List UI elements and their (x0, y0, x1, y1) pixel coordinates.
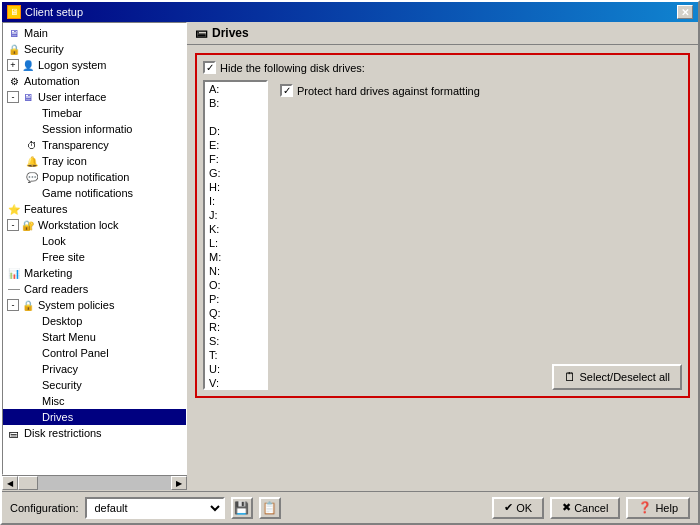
popup-icon: 💬 (25, 170, 39, 184)
sidebar-item-freesite[interactable]: Free site (3, 249, 186, 265)
sidebar-label-securitysub: Security (42, 379, 82, 391)
drive-item-p[interactable]: P: (205, 292, 266, 306)
drive-item-v[interactable]: V: (205, 376, 266, 390)
save-button[interactable]: 💾 (231, 497, 253, 519)
sidebar-item-startmenu[interactable]: Start Menu (3, 329, 186, 345)
drive-item-t[interactable]: T: (205, 348, 266, 362)
sidebar-item-security[interactable]: 🔒 Security (3, 41, 186, 57)
ok-label: OK (516, 502, 532, 514)
sidebar-label-logon: Logon system (38, 59, 106, 71)
sidebar-label-freesite: Free site (42, 251, 85, 263)
drive-item-r[interactable]: R: (205, 320, 266, 334)
drive-item-i[interactable]: I: (205, 194, 266, 208)
timebar-icon (25, 106, 39, 120)
close-button[interactable]: ✕ (677, 5, 693, 19)
drive-item-f[interactable]: F: (205, 152, 266, 166)
systempolicies-expand[interactable]: - (7, 299, 19, 311)
drive-item-b[interactable]: B: (205, 96, 266, 110)
sidebar-item-transparency[interactable]: ⏱ Transparency (3, 137, 186, 153)
securitysub-icon (25, 378, 39, 392)
sidebar-label-privacy: Privacy (42, 363, 78, 375)
bottom-bar: Configuration: default 💾 📋 ✔ OK ✖ Cancel… (2, 491, 698, 523)
drives-list-box[interactable]: A: B: D: E: F: G: H: I: J: K: L: (203, 80, 268, 390)
drive-item-s[interactable]: S: (205, 334, 266, 348)
drive-item-q[interactable]: Q: (205, 306, 266, 320)
scroll-track (18, 476, 171, 490)
sidebar-item-look[interactable]: Look (3, 233, 186, 249)
sidebar-item-securitysub[interactable]: Security (3, 377, 186, 393)
sidebar-item-timebar[interactable]: Timebar (3, 105, 186, 121)
window-title: Client setup (25, 6, 83, 18)
look-icon (25, 234, 39, 248)
trayicon-icon: 🔔 (25, 154, 39, 168)
controlpanel-icon (25, 346, 39, 360)
sidebar-item-drives[interactable]: Drives (3, 409, 186, 425)
cancel-label: Cancel (574, 502, 608, 514)
cancel-button[interactable]: ✖ Cancel (550, 497, 620, 519)
drive-item-d[interactable]: D: (205, 124, 266, 138)
protect-label: Protect hard drives against formatting (297, 85, 480, 97)
sidebar-item-desktop[interactable]: Desktop (3, 313, 186, 329)
sidebar-label-drives: Drives (42, 411, 73, 423)
sidebar-label-security: Security (24, 43, 64, 55)
drive-item-m[interactable]: M: (205, 250, 266, 264)
config-select[interactable]: default (85, 497, 225, 519)
panel-title-icon: 🖴 (195, 26, 207, 40)
sidebar-item-diskrestrictions[interactable]: 🖴 Disk restrictions (3, 425, 186, 441)
sidebar-item-automation[interactable]: ⚙ Automation (3, 73, 186, 89)
scroll-thumb[interactable] (18, 476, 38, 490)
sidebar-item-misc[interactable]: Misc (3, 393, 186, 409)
sidebar-item-userinterface[interactable]: - 🖥 User interface (3, 89, 186, 105)
marketing-icon: 📊 (7, 266, 21, 280)
scroll-right-arrow[interactable]: ▶ (171, 476, 187, 490)
sidebar-item-cardreaders[interactable]: — Card readers (3, 281, 186, 297)
workstation-icon: 🔐 (21, 218, 35, 232)
sidebar-scrollbar[interactable]: ◀ ▶ (2, 475, 187, 491)
sidebar-item-popup[interactable]: 💬 Popup notification (3, 169, 186, 185)
startmenu-icon (25, 330, 39, 344)
select-deselect-button[interactable]: 🗒 Select/Deselect all (552, 364, 683, 390)
userinterface-icon: 🖥 (21, 90, 35, 104)
scroll-left-arrow[interactable]: ◀ (2, 476, 18, 490)
help-button[interactable]: ❓ Help (626, 497, 690, 519)
select-deselect-label: Select/Deselect all (580, 371, 671, 383)
drive-item-n[interactable]: N: (205, 264, 266, 278)
protect-row: ✓ Protect hard drives against formatting (276, 80, 682, 101)
protect-checkbox[interactable]: ✓ (280, 84, 293, 97)
cardreaders-icon: — (7, 282, 21, 296)
sidebar-label-transparency: Transparency (42, 139, 109, 151)
sidebar-item-logon[interactable]: + 👤 Logon system (3, 57, 186, 73)
workstation-expand[interactable]: - (7, 219, 19, 231)
sidebar-label-popup: Popup notification (42, 171, 129, 183)
logon-expand[interactable]: + (7, 59, 19, 71)
sidebar-label-main: Main (24, 27, 48, 39)
drive-item-o[interactable]: O: (205, 278, 266, 292)
drive-item-a[interactable]: A: (205, 82, 266, 96)
drive-item-j[interactable]: J: (205, 208, 266, 222)
hide-drives-checkbox[interactable]: ✓ (203, 61, 216, 74)
drives-outer-box: ✓ Hide the following disk drives: A: B: … (195, 53, 690, 398)
ok-button[interactable]: ✔ OK (492, 497, 544, 519)
cancel-icon: ✖ (562, 501, 571, 514)
sidebar-item-marketing[interactable]: 📊 Marketing (3, 265, 186, 281)
ok-icon: ✔ (504, 501, 513, 514)
sidebar-item-privacy[interactable]: Privacy (3, 361, 186, 377)
sidebar-item-main[interactable]: 🖥 Main (3, 25, 186, 41)
sidebar-item-workstation[interactable]: - 🔐 Workstation lock (3, 217, 186, 233)
drive-item-e[interactable]: E: (205, 138, 266, 152)
sidebar-label-cardreaders: Card readers (24, 283, 88, 295)
sidebar-item-features[interactable]: ⭐ Features (3, 201, 186, 217)
drive-item-g[interactable]: G: (205, 166, 266, 180)
sidebar-item-systempolicies[interactable]: - 🔒 System policies (3, 297, 186, 313)
save-as-button[interactable]: 📋 (259, 497, 281, 519)
drive-item-k[interactable]: K: (205, 222, 266, 236)
sidebar-item-trayicon[interactable]: 🔔 Tray icon (3, 153, 186, 169)
drive-item-l[interactable]: L: (205, 236, 266, 250)
sidebar-item-sessioninfo[interactable]: Session informatio (3, 121, 186, 137)
sidebar-item-gamenotif[interactable]: Game notifications (3, 185, 186, 201)
sidebar-item-controlpanel[interactable]: Control Panel (3, 345, 186, 361)
panel-content: ✓ Hide the following disk drives: A: B: … (187, 45, 698, 475)
userinterface-expand[interactable]: - (7, 91, 19, 103)
drive-item-h[interactable]: H: (205, 180, 266, 194)
drive-item-u[interactable]: U: (205, 362, 266, 376)
